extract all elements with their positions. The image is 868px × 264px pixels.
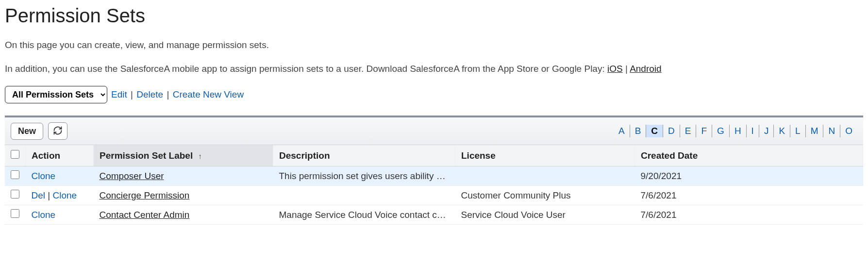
checkbox-cell <box>5 166 26 186</box>
new-button[interactable]: New <box>11 123 43 140</box>
action-separator: | <box>45 190 53 200</box>
license-cell: Customer Community Plus <box>455 186 635 205</box>
row-checkbox[interactable] <box>11 209 19 218</box>
action-cell: Del | Clone <box>26 186 94 205</box>
view-controls: All Permission Sets Edit | Delete | Crea… <box>5 86 863 103</box>
alpha-letter-i[interactable]: I <box>747 125 759 137</box>
table-row: CloneComposer UserThis permission set gi… <box>5 166 863 186</box>
permission-set-link[interactable]: Contact Center Admin <box>100 210 190 220</box>
alpha-letter-f[interactable]: F <box>696 125 712 137</box>
ios-link[interactable]: iOS <box>607 64 623 74</box>
view-select[interactable]: All Permission Sets <box>5 86 107 103</box>
permission-sets-table: Action Permission Set Label ↑ Descriptio… <box>5 145 863 225</box>
alpha-letter-a[interactable]: A <box>614 125 630 137</box>
link-separator: | <box>625 64 630 74</box>
sort-ascending-icon: ↑ <box>198 152 202 160</box>
label-cell: Concierge Permission <box>94 186 273 205</box>
intro-paragraph-2: In addition, you can use the SalesforceA… <box>5 63 863 76</box>
license-cell <box>455 166 635 186</box>
alpha-letter-k[interactable]: K <box>774 125 790 137</box>
row-checkbox[interactable] <box>11 190 19 198</box>
permission-set-link[interactable]: Composer User <box>100 171 164 181</box>
alpha-letter-n[interactable]: N <box>823 125 840 137</box>
description-cell: Manage Service Cloud Voice contact c… <box>273 205 455 225</box>
alpha-letter-d[interactable]: D <box>663 125 680 137</box>
intro2-text: In addition, you can use the SalesforceA… <box>5 64 607 74</box>
link-separator: | <box>131 89 133 99</box>
description-cell <box>273 186 455 205</box>
page-title: Permission Sets <box>5 5 863 27</box>
label-cell: Contact Center Admin <box>94 205 273 225</box>
header-created[interactable]: Created Date <box>635 145 863 166</box>
edit-view-link[interactable]: Edit <box>111 89 127 99</box>
alpha-letter-e[interactable]: E <box>680 125 697 137</box>
checkbox-cell <box>5 205 26 225</box>
table-row: Del | CloneConcierge PermissionCustomer … <box>5 186 863 205</box>
refresh-button[interactable] <box>48 122 67 140</box>
clone-link[interactable]: Clone <box>32 210 56 220</box>
alpha-letter-m[interactable]: M <box>806 125 824 137</box>
header-label-text: Permission Set Label <box>100 150 193 161</box>
header-action[interactable]: Action <box>26 145 94 166</box>
license-cell: Service Cloud Voice User <box>455 205 635 225</box>
action-cell: Clone <box>26 166 94 186</box>
alpha-letter-c[interactable]: C <box>646 125 663 137</box>
link-separator: | <box>167 89 169 99</box>
header-description[interactable]: Description <box>273 145 455 166</box>
alpha-letter-l[interactable]: L <box>790 125 806 137</box>
table-row: CloneContact Center AdminManage Service … <box>5 205 863 225</box>
select-all-checkbox[interactable] <box>11 150 19 159</box>
label-cell: Composer User <box>94 166 273 186</box>
create-view-link[interactable]: Create New View <box>173 89 244 99</box>
intro-paragraph-1: On this page you can create, view, and m… <box>5 39 863 52</box>
refresh-icon <box>53 126 63 137</box>
delete-view-link[interactable]: Delete <box>136 89 163 99</box>
header-checkbox-cell <box>5 145 26 166</box>
alpha-letter-j[interactable]: J <box>759 125 774 137</box>
table-container: New ABCDEFGHIJKLMNO <box>5 116 863 225</box>
view-links: Edit | Delete | Create New View <box>111 89 244 100</box>
alpha-letter-o[interactable]: O <box>840 125 857 137</box>
alpha-filter: ABCDEFGHIJKLMNO <box>614 125 857 137</box>
checkbox-cell <box>5 186 26 205</box>
created-cell: 9/20/2021 <box>635 166 863 186</box>
description-cell: This permission set gives users ability … <box>273 166 455 186</box>
clone-link[interactable]: Clone <box>53 190 77 200</box>
permission-set-link[interactable]: Concierge Permission <box>100 190 190 200</box>
alpha-letter-h[interactable]: H <box>730 125 747 137</box>
created-cell: 7/6/2021 <box>635 205 863 225</box>
alpha-letter-g[interactable]: G <box>712 125 730 137</box>
action-cell: Clone <box>26 205 94 225</box>
header-license[interactable]: License <box>455 145 635 166</box>
header-label[interactable]: Permission Set Label ↑ <box>94 145 273 166</box>
android-link[interactable]: Android <box>630 64 662 74</box>
table-toolbar: New ABCDEFGHIJKLMNO <box>5 117 863 145</box>
clone-link[interactable]: Clone <box>32 171 56 181</box>
alpha-letter-b[interactable]: B <box>630 125 647 137</box>
created-cell: 7/6/2021 <box>635 186 863 205</box>
row-checkbox[interactable] <box>11 170 19 179</box>
del-link[interactable]: Del <box>32 190 46 200</box>
